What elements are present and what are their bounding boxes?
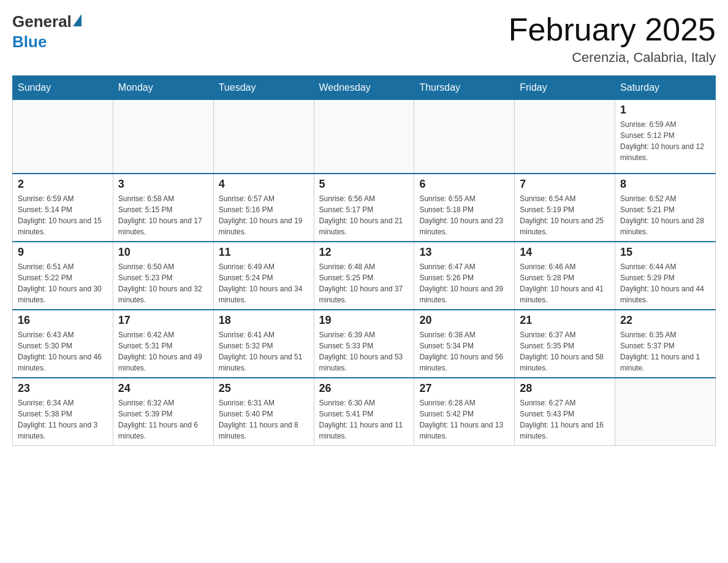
calendar-cell xyxy=(13,100,113,174)
calendar-cell: 13Sunrise: 6:47 AMSunset: 5:26 PMDayligh… xyxy=(414,242,515,310)
calendar-cell: 15Sunrise: 6:44 AMSunset: 5:29 PMDayligh… xyxy=(615,242,716,310)
weekday-header-thursday: Thursday xyxy=(414,76,515,100)
day-info: Sunrise: 6:37 AMSunset: 5:35 PMDaylight:… xyxy=(520,329,610,373)
calendar-cell: 17Sunrise: 6:42 AMSunset: 5:31 PMDayligh… xyxy=(113,310,213,378)
day-number: 26 xyxy=(319,382,409,395)
calendar-cell: 3Sunrise: 6:58 AMSunset: 5:15 PMDaylight… xyxy=(113,174,213,242)
calendar-cell: 11Sunrise: 6:49 AMSunset: 5:24 PMDayligh… xyxy=(213,242,314,310)
calendar-cell: 2Sunrise: 6:59 AMSunset: 5:14 PMDaylight… xyxy=(13,174,113,242)
location-subtitle: Cerenzia, Calabria, Italy xyxy=(509,50,716,66)
day-info: Sunrise: 6:34 AMSunset: 5:38 PMDaylight:… xyxy=(18,397,108,442)
day-number: 21 xyxy=(520,314,610,327)
day-number: 12 xyxy=(319,246,409,259)
calendar-cell: 6Sunrise: 6:55 AMSunset: 5:18 PMDaylight… xyxy=(414,174,515,242)
day-info: Sunrise: 6:59 AMSunset: 5:14 PMDaylight:… xyxy=(18,193,108,237)
calendar-cell xyxy=(113,100,213,174)
weekday-header-monday: Monday xyxy=(113,76,213,100)
calendar-cell xyxy=(515,100,615,174)
day-info: Sunrise: 6:47 AMSunset: 5:26 PMDaylight:… xyxy=(419,261,509,305)
calendar-cell: 24Sunrise: 6:32 AMSunset: 5:39 PMDayligh… xyxy=(113,378,213,446)
day-info: Sunrise: 6:58 AMSunset: 5:15 PMDaylight:… xyxy=(118,193,208,237)
calendar-cell: 26Sunrise: 6:30 AMSunset: 5:41 PMDayligh… xyxy=(314,378,414,446)
day-number: 25 xyxy=(219,382,309,395)
day-number: 11 xyxy=(219,246,309,259)
month-title: February 2025 xyxy=(509,12,716,47)
weekday-header-tuesday: Tuesday xyxy=(213,76,314,100)
calendar-cell: 23Sunrise: 6:34 AMSunset: 5:38 PMDayligh… xyxy=(13,378,113,446)
day-number: 3 xyxy=(118,178,208,191)
day-info: Sunrise: 6:50 AMSunset: 5:23 PMDaylight:… xyxy=(118,261,208,305)
day-info: Sunrise: 6:41 AMSunset: 5:32 PMDaylight:… xyxy=(219,329,309,373)
day-number: 9 xyxy=(18,246,108,259)
day-info: Sunrise: 6:52 AMSunset: 5:21 PMDaylight:… xyxy=(620,193,710,237)
day-info: Sunrise: 6:28 AMSunset: 5:42 PMDaylight:… xyxy=(419,397,509,442)
day-number: 2 xyxy=(18,178,108,191)
day-number: 8 xyxy=(620,178,710,191)
calendar-cell: 19Sunrise: 6:39 AMSunset: 5:33 PMDayligh… xyxy=(314,310,414,378)
calendar-cell: 25Sunrise: 6:31 AMSunset: 5:40 PMDayligh… xyxy=(213,378,314,446)
calendar-cell: 27Sunrise: 6:28 AMSunset: 5:42 PMDayligh… xyxy=(414,378,515,446)
calendar-cell: 18Sunrise: 6:41 AMSunset: 5:32 PMDayligh… xyxy=(213,310,314,378)
day-number: 1 xyxy=(620,104,710,117)
calendar-cell: 10Sunrise: 6:50 AMSunset: 5:23 PMDayligh… xyxy=(113,242,213,310)
logo-area: General Blue xyxy=(12,12,83,52)
logo-triangle-icon xyxy=(73,14,82,26)
calendar-cell: 5Sunrise: 6:56 AMSunset: 5:17 PMDaylight… xyxy=(314,174,414,242)
day-number: 17 xyxy=(118,314,208,327)
logo-blue-text: Blue xyxy=(12,33,47,52)
calendar-week-row: 9Sunrise: 6:51 AMSunset: 5:22 PMDaylight… xyxy=(13,242,716,310)
day-info: Sunrise: 6:39 AMSunset: 5:33 PMDaylight:… xyxy=(319,329,409,373)
day-number: 27 xyxy=(419,382,509,395)
weekday-header-friday: Friday xyxy=(515,76,615,100)
calendar-cell: 1Sunrise: 6:59 AMSunset: 5:12 PMDaylight… xyxy=(615,100,716,174)
day-info: Sunrise: 6:48 AMSunset: 5:25 PMDaylight:… xyxy=(319,261,409,305)
calendar-cell: 9Sunrise: 6:51 AMSunset: 5:22 PMDaylight… xyxy=(13,242,113,310)
calendar-week-row: 2Sunrise: 6:59 AMSunset: 5:14 PMDaylight… xyxy=(13,174,716,242)
day-info: Sunrise: 6:42 AMSunset: 5:31 PMDaylight:… xyxy=(118,329,208,373)
logo: General xyxy=(12,12,83,31)
day-number: 4 xyxy=(219,178,309,191)
day-number: 24 xyxy=(118,382,208,395)
day-info: Sunrise: 6:43 AMSunset: 5:30 PMDaylight:… xyxy=(18,329,108,373)
weekday-header-row: SundayMondayTuesdayWednesdayThursdayFrid… xyxy=(13,76,716,100)
day-number: 18 xyxy=(219,314,309,327)
day-info: Sunrise: 6:56 AMSunset: 5:17 PMDaylight:… xyxy=(319,193,409,237)
day-info: Sunrise: 6:51 AMSunset: 5:22 PMDaylight:… xyxy=(18,261,108,305)
day-info: Sunrise: 6:55 AMSunset: 5:18 PMDaylight:… xyxy=(419,193,509,237)
calendar-week-row: 1Sunrise: 6:59 AMSunset: 5:12 PMDaylight… xyxy=(13,100,716,174)
day-number: 7 xyxy=(520,178,610,191)
day-info: Sunrise: 6:49 AMSunset: 5:24 PMDaylight:… xyxy=(219,261,309,305)
calendar-cell: 14Sunrise: 6:46 AMSunset: 5:28 PMDayligh… xyxy=(515,242,615,310)
calendar-week-row: 23Sunrise: 6:34 AMSunset: 5:38 PMDayligh… xyxy=(13,378,716,446)
day-info: Sunrise: 6:32 AMSunset: 5:39 PMDaylight:… xyxy=(118,397,208,442)
calendar-table: SundayMondayTuesdayWednesdayThursdayFrid… xyxy=(12,75,716,446)
day-info: Sunrise: 6:44 AMSunset: 5:29 PMDaylight:… xyxy=(620,261,710,305)
page-header: General Blue February 2025 Cerenzia, Cal… xyxy=(12,12,716,66)
calendar-cell: 22Sunrise: 6:35 AMSunset: 5:37 PMDayligh… xyxy=(615,310,716,378)
day-info: Sunrise: 6:31 AMSunset: 5:40 PMDaylight:… xyxy=(219,397,309,442)
logo-general-text: General xyxy=(12,12,72,31)
calendar-cell xyxy=(314,100,414,174)
day-info: Sunrise: 6:27 AMSunset: 5:43 PMDaylight:… xyxy=(520,397,610,442)
weekday-header-sunday: Sunday xyxy=(13,76,113,100)
day-number: 10 xyxy=(118,246,208,259)
day-number: 22 xyxy=(620,314,710,327)
calendar-week-row: 16Sunrise: 6:43 AMSunset: 5:30 PMDayligh… xyxy=(13,310,716,378)
day-number: 15 xyxy=(620,246,710,259)
weekday-header-saturday: Saturday xyxy=(615,76,716,100)
calendar-cell: 7Sunrise: 6:54 AMSunset: 5:19 PMDaylight… xyxy=(515,174,615,242)
calendar-cell: 4Sunrise: 6:57 AMSunset: 5:16 PMDaylight… xyxy=(213,174,314,242)
calendar-cell: 28Sunrise: 6:27 AMSunset: 5:43 PMDayligh… xyxy=(515,378,615,446)
calendar-cell xyxy=(414,100,515,174)
day-info: Sunrise: 6:30 AMSunset: 5:41 PMDaylight:… xyxy=(319,397,409,442)
calendar-cell: 21Sunrise: 6:37 AMSunset: 5:35 PMDayligh… xyxy=(515,310,615,378)
weekday-header-wednesday: Wednesday xyxy=(314,76,414,100)
calendar-cell xyxy=(213,100,314,174)
day-number: 20 xyxy=(419,314,509,327)
calendar-cell: 12Sunrise: 6:48 AMSunset: 5:25 PMDayligh… xyxy=(314,242,414,310)
day-info: Sunrise: 6:54 AMSunset: 5:19 PMDaylight:… xyxy=(520,193,610,237)
day-info: Sunrise: 6:46 AMSunset: 5:28 PMDaylight:… xyxy=(520,261,610,305)
day-number: 5 xyxy=(319,178,409,191)
day-number: 19 xyxy=(319,314,409,327)
calendar-cell xyxy=(615,378,716,446)
